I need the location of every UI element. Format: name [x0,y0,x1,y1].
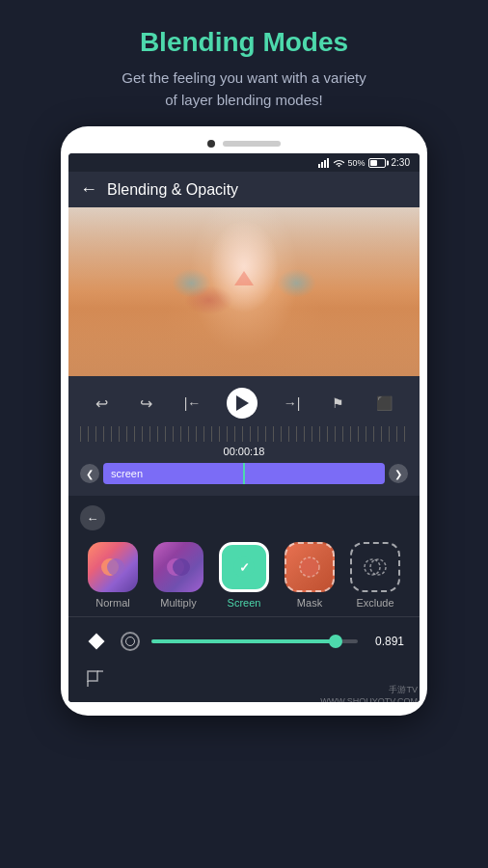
crop-icon [84,667,107,691]
blend-mode-screen[interactable]: ✓ Screen [219,542,269,609]
opacity-slider[interactable] [151,639,358,643]
phone-speaker [223,141,281,147]
blend-mode-exclude[interactable]: Exclude [350,542,400,609]
bookmark-button[interactable]: ⚑ [326,393,350,413]
blend-mode-multiply[interactable]: Multiply [153,542,203,609]
multiply-mode-icon [164,553,193,582]
timeline-controls: ↩ ↪ |← →| ⚑ ⬛ 00:00:18 ❮ scree [68,376,420,496]
opacity-slider-fill [151,639,336,643]
battery-percent: 50% [348,158,366,168]
blending-modes-row: Normal Multiply ✓ [68,534,420,612]
normal-mode-icon [98,553,127,582]
battery-tip [387,160,389,165]
opacity-value: 0.891 [369,635,404,648]
back-btn-row: ← [68,502,420,534]
export-button[interactable]: ⬛ [370,393,398,413]
play-triangle-icon [236,395,249,411]
section-back-button[interactable]: ← [80,505,105,530]
opacity-slider-thumb[interactable] [329,635,342,648]
play-button[interactable] [227,388,258,419]
title-area: Blending Modes Get the feeling you want … [0,0,488,126]
phone-top-bar [68,140,420,148]
blend-label-screen: Screen [228,597,261,609]
timeline-playhead [243,463,245,484]
video-preview [68,207,420,376]
blend-mode-normal[interactable]: Normal [88,542,138,609]
face-detail-icon [225,266,263,305]
blend-label-normal: Normal [95,597,129,609]
keyframe-icon-wrapper [84,629,109,654]
blend-label-exclude: Exclude [356,597,393,609]
blending-section: ← Normal [68,496,420,702]
blend-label-multiply: Multiply [160,597,196,609]
svg-marker-0 [234,271,254,285]
subtitle: Get the feeling you want with a varietyo… [19,68,469,111]
opacity-circle-icon [121,632,140,651]
keyframe-diamond-icon [89,634,105,650]
app-screen: 50% 2:30 ← Blending & Opacity [68,153,420,702]
phone-camera [207,140,215,148]
blend-icon-mask [285,542,335,592]
svg-point-5 [300,557,319,577]
blend-icon-multiply [153,542,203,592]
mask-mode-icon [297,555,322,580]
blend-icon-normal [88,542,138,592]
back-arrow-button[interactable]: ← [80,179,97,200]
app-header-title: Blending & Opacity [107,181,238,199]
watermark: 手游TV WWW.SHOUYOTV.COM [320,684,418,706]
blend-icon-exclude [350,542,400,592]
undo-button[interactable]: ↩ [90,393,114,415]
battery-fill [370,160,377,166]
wifi-icon [333,158,345,168]
track-next-button[interactable]: ❯ [389,464,408,483]
skip-end-button[interactable]: →| [278,393,307,413]
track-label: screen [111,468,143,479]
status-bar: 50% 2:30 [68,153,420,172]
app-header: ← Blending & Opacity [68,172,420,207]
separator [68,616,420,617]
opacity-inner-circle-icon [125,637,135,646]
playback-buttons: ↩ ↪ |← →| ⚑ ⬛ [80,384,408,422]
status-icons: 50% 2:30 [318,157,410,168]
opacity-row: 0.891 [68,621,420,662]
battery-icon [368,158,386,168]
time-display: 00:00:18 [80,446,408,457]
signal-icon [318,158,330,168]
blend-mode-mask[interactable]: Mask [285,542,335,609]
svg-point-2 [107,558,124,576]
blend-icon-screen: ✓ [219,542,269,592]
svg-rect-8 [88,671,97,681]
status-time: 2:30 [392,157,410,168]
blend-label-mask: Mask [297,597,322,609]
main-title: Blending Modes [19,27,469,58]
track-prev-button[interactable]: ❮ [80,464,99,483]
svg-point-4 [173,558,190,576]
timeline-ruler[interactable] [80,426,408,442]
check-circle-icon: ✓ [233,556,255,578]
watermark-line2: WWW.SHOUYOTV.COM [320,696,418,706]
crop-tool-button[interactable] [84,667,107,694]
exclude-mode-icon [361,553,390,582]
phone-mockup: 50% 2:30 ← Blending & Opacity [61,126,427,716]
timeline-track[interactable]: screen [103,463,385,484]
timeline-track-row: ❮ screen ❯ [80,463,408,484]
skip-start-button[interactable]: |← [178,393,207,413]
timeline-scrubber: 00:00:18 ❮ screen ❯ [80,422,408,492]
watermark-line1: 手游TV [320,684,418,696]
redo-button[interactable]: ↪ [134,393,158,415]
